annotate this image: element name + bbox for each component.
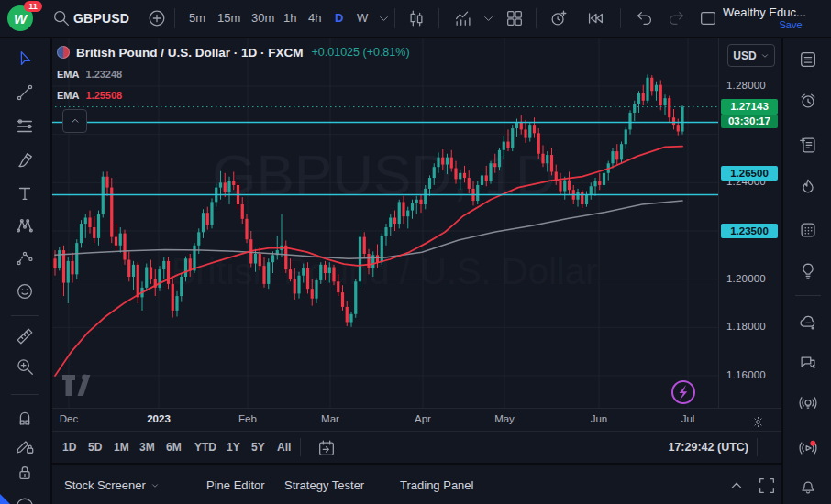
time-tick-May: May [494,413,515,424]
timeframe-W[interactable]: W [357,11,368,25]
range-5D[interactable]: 5D [88,441,102,454]
trend-line-tool-icon[interactable] [13,81,37,104]
timeframe-4h[interactable]: 4h [308,11,321,25]
timeframe-30m[interactable]: 30m [251,11,274,25]
chat-icon[interactable] [796,351,820,375]
ideas-icon [798,261,818,281]
timeframe-D[interactable]: D [335,11,343,25]
fib-retracement-tool-icon[interactable] [13,115,37,138]
text-tool-icon[interactable] [13,181,37,205]
ideas-live-icon[interactable] [796,391,820,415]
replay-icon[interactable] [583,6,607,30]
streams-icon[interactable] [796,436,820,460]
journal-icon [798,135,818,155]
account-menu[interactable]: Wealthy Educ... Save [723,5,825,30]
ema-legend-row[interactable]: EMA1.23248 [57,66,410,82]
notifications-bell-icon[interactable] [796,474,820,498]
bar-style-icon[interactable] [404,6,428,30]
cursor-tool-icon[interactable] [13,47,37,71]
time-tick-Dec: Dec [60,413,78,424]
trend-line-tool-icon [15,82,35,103]
timeframe-1h[interactable]: 1h [283,11,296,25]
legend-collapse-button[interactable] [62,109,87,133]
fib-retracement-tool-icon [15,116,35,137]
journal-icon[interactable] [796,133,820,157]
tab-strategy-tester[interactable]: Strategy Tester [284,478,364,492]
forecast-tool-icon[interactable] [13,247,37,270]
undo-icon[interactable] [633,6,657,30]
timeframe-5m[interactable]: 5m [189,11,205,25]
range-YTD[interactable]: YTD [194,441,216,454]
hotlists-icon[interactable] [796,175,820,199]
level-price-badge: 1.26500 [721,166,778,181]
minds-icon[interactable] [796,311,820,334]
tab-label: Trading Panel [400,478,473,492]
range-All[interactable]: All [277,441,291,454]
lock-all-drawings-icon [15,463,35,483]
magnet-tool-icon[interactable] [13,405,37,429]
indicator-value: 1.25508 [85,90,122,101]
drawing-edit-lock-icon[interactable] [13,433,37,457]
layout-rect-icon[interactable] [696,6,720,30]
time-tick-Jul: Jul [681,413,695,424]
account-name[interactable]: Wealthy Educ... [723,5,822,19]
tab-trading-panel[interactable]: Trading Panel [400,478,473,492]
symbol-legend-row[interactable]: British Pound / U.S. Dollar · 1D · FXCM … [57,44,410,60]
indicator-name: EMA [57,69,79,80]
layout-grid-icon[interactable] [503,6,526,30]
watchlist-icon[interactable] [796,48,820,71]
chat-icon [798,353,818,373]
chevron-up-icon [69,115,82,127]
range-6M[interactable]: 6M [166,441,182,454]
search-icon[interactable] [50,6,73,30]
text-tool-icon [15,183,35,203]
add-symbol-icon[interactable] [145,6,169,30]
range-1D[interactable]: 1D [62,441,76,454]
time-axis[interactable]: Dec2023FebMarAprMayJunJul [50,408,781,432]
pattern-xabcd-tool-icon[interactable] [13,214,37,237]
ideas-icon[interactable] [796,259,820,283]
panel-collapse-chevron-up-icon[interactable] [725,474,748,498]
price-label: 1.18000 [726,321,766,332]
range-3M[interactable]: 3M [139,441,155,454]
indicators-icon[interactable] [451,6,475,30]
minds-icon [798,312,818,333]
top-toolbar: W 11 GBPUSD Wealthy Educ... Save 5m15m30… [0,0,831,38]
price-scale[interactable]: USD 1.280001.240001.220001.200001.180001… [718,37,782,408]
emoji-tool-icon[interactable] [13,279,37,303]
alert-plus-icon[interactable] [547,6,571,30]
range-toolbar: 17:29:42 (UTC) 1D5D1M3M6MYTD1Y5YAll [50,431,781,464]
symbol-title[interactable]: British Pound / U.S. Dollar · 1D · FXCM [76,46,304,60]
gbpusd-flag-icon [57,46,70,59]
clock-utc[interactable]: 17:29:42 (UTC) [668,441,748,454]
save-layout-button[interactable]: Save [756,19,825,30]
range-1Y[interactable]: 1Y [227,441,240,454]
timeframe-chevron-down-icon[interactable] [371,6,395,30]
tab-stock-screener[interactable]: Stock Screener [64,478,160,492]
symbol-search-input[interactable]: GBPUSD [73,11,129,26]
alerts-icon[interactable] [796,89,820,113]
partial-tool-icon[interactable] [13,489,37,504]
calendar-grid-icon[interactable] [796,218,820,242]
brush-tool-icon[interactable] [13,148,37,172]
range-5Y[interactable]: 5Y [251,441,265,454]
zoom-in-tool-icon[interactable] [13,355,37,378]
lock-all-drawings-icon[interactable] [13,461,37,485]
currency-selector[interactable]: USD [727,44,775,67]
goto-date-icon[interactable] [315,436,338,460]
ema-legend-row[interactable]: EMA1.25508 [57,87,410,103]
timeframe-15m[interactable]: 15m [217,11,240,25]
tab-pine-editor[interactable]: Pine Editor [206,478,265,492]
ruler-tool-icon[interactable] [13,324,37,348]
notifications-bell-icon [798,476,818,496]
time-tick-Apr: Apr [415,413,431,424]
lightning-event-marker[interactable] [672,381,694,403]
redo-icon[interactable] [664,6,688,30]
goto-date-icon [316,438,337,458]
indicators-chevron-down-icon[interactable] [476,6,500,30]
level-price-badge: 1.23500 [721,224,778,238]
price-change-text: +0.01025 (+0.81%) [312,46,410,59]
magnet-tool-icon [15,407,35,427]
panel-maximize-icon[interactable] [755,474,779,498]
range-1M[interactable]: 1M [114,441,129,454]
